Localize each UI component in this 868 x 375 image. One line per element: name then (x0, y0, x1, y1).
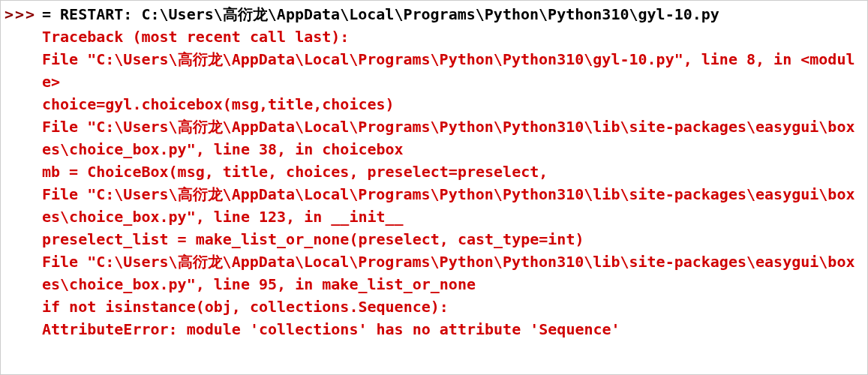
traceback-frame-file: File "C:\Users\高衍龙\AppData\Local\Program… (42, 250, 863, 296)
traceback-frame-file: File "C:\Users\高衍龙\AppData\Local\Program… (42, 48, 863, 93)
prompt-marker: >>> (5, 3, 42, 26)
output-block: = RESTART: C:\Users\高衍龙\AppData\Local\Pr… (42, 3, 863, 340)
traceback-frame-file: File "C:\Users\高衍龙\AppData\Local\Program… (42, 116, 863, 160)
traceback-header: Traceback (most recent call last): (42, 26, 863, 48)
restart-line: = RESTART: C:\Users\高衍龙\AppData\Local\Pr… (42, 3, 863, 26)
error-line: AttributeError: module 'collections' has… (42, 318, 863, 340)
traceback-frame-code: mb = ChoiceBox(msg, title, choices, pres… (42, 160, 863, 183)
traceback-frame-code: if not isinstance(obj, collections.Seque… (42, 296, 863, 318)
traceback-frame-file: File "C:\Users\高衍龙\AppData\Local\Program… (42, 183, 863, 228)
traceback-frame-code: preselect_list = make_list_or_none(prese… (42, 228, 863, 250)
python-shell-output: >>> = RESTART: C:\Users\高衍龙\AppData\Loca… (5, 3, 863, 340)
traceback-frame-code: choice=gyl.choicebox(msg,title,choices) (42, 93, 863, 116)
